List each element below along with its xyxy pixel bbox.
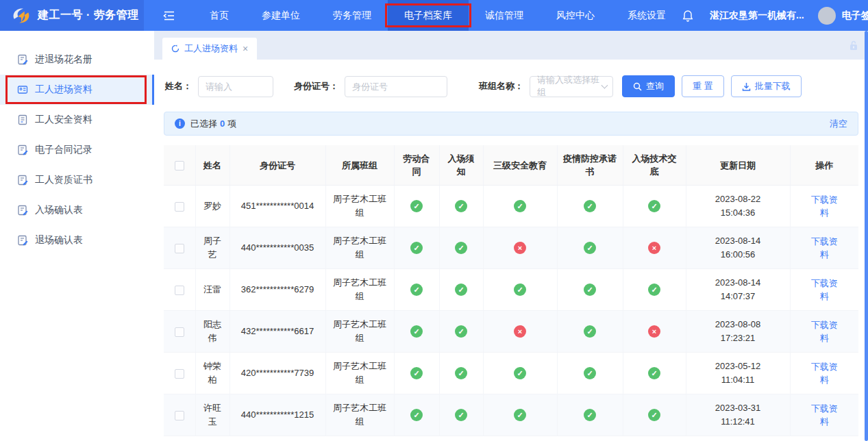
status-cell: ✓ bbox=[439, 186, 483, 227]
tab-close-icon[interactable]: × bbox=[243, 43, 248, 54]
cross-icon: × bbox=[514, 325, 526, 338]
sidebar-item-入场确认表[interactable]: 入场确认表 bbox=[0, 195, 154, 225]
user-avatar[interactable] bbox=[818, 7, 836, 25]
update-date: 2023-05-12 bbox=[692, 360, 784, 373]
sidebar-item-退场确认表[interactable]: 退场确认表 bbox=[0, 225, 154, 255]
row-checkbox-cell bbox=[164, 186, 195, 227]
logo-icon bbox=[11, 5, 32, 26]
select-all-checkbox[interactable] bbox=[175, 161, 184, 171]
column-header-疫情防控承诺书: 疫情防控承诺书 bbox=[557, 145, 623, 186]
row-checkbox-cell bbox=[164, 353, 195, 394]
search-button[interactable]: 查询 bbox=[622, 75, 675, 97]
notification-bell-icon[interactable] bbox=[682, 10, 693, 22]
sidebar-item-工人安全资料[interactable]: 工人安全资料 bbox=[0, 105, 154, 135]
status-cell: ✓ bbox=[394, 394, 439, 436]
selection-bar: i 已选择 0 项 清空 bbox=[164, 112, 858, 136]
sidebar-item-工人进场资料[interactable]: 工人进场资料 bbox=[0, 75, 154, 105]
status-cell: ✓ bbox=[557, 186, 623, 227]
update-time: 17:23:21 bbox=[692, 331, 784, 345]
menu-fold-icon[interactable] bbox=[144, 0, 193, 31]
column-header-身份证号: 身份证号 bbox=[230, 145, 325, 186]
row-checkbox[interactable] bbox=[175, 286, 184, 295]
row-checkbox[interactable] bbox=[175, 327, 184, 337]
status-cell: ✓ bbox=[483, 186, 557, 227]
table-row: 汪雷362***********6279周子艺木工班组✓✓✓✓✓2023-08-… bbox=[164, 269, 858, 311]
name-filter-input[interactable] bbox=[198, 76, 273, 97]
column-header-更新日期: 更新日期 bbox=[686, 145, 790, 186]
doc-edit-icon bbox=[17, 175, 28, 186]
sidebar-item-label: 工人安全资料 bbox=[35, 114, 92, 126]
check-icon: ✓ bbox=[584, 284, 596, 296]
nav-item-参建单位[interactable]: 参建单位 bbox=[245, 0, 317, 31]
team-cell: 周子艺木工班组 bbox=[325, 186, 394, 227]
update-time: 11:12:41 bbox=[692, 415, 784, 429]
row-checkbox[interactable] bbox=[175, 202, 184, 212]
nav-item-首页[interactable]: 首页 bbox=[193, 0, 245, 31]
update-time: 16:00:56 bbox=[692, 248, 784, 262]
download-files-link[interactable]: 下载资料 bbox=[810, 235, 839, 261]
lock-icon bbox=[848, 40, 859, 53]
nav-item-电子档案库[interactable]: 电子档案库 bbox=[388, 0, 469, 31]
top-navbar: 建工一号 · 劳务管理 首页参建单位劳务管理电子档案库诚信管理风控中心系统设置 … bbox=[0, 0, 868, 31]
nav-item-系统设置[interactable]: 系统设置 bbox=[611, 0, 682, 31]
company-name[interactable]: 湛江农垦第一机械有... bbox=[710, 10, 804, 22]
sidebar-item-label: 电子合同记录 bbox=[35, 144, 92, 156]
download-files-link[interactable]: 下载资料 bbox=[810, 277, 839, 303]
status-cell: ✓ bbox=[394, 311, 439, 353]
row-checkbox[interactable] bbox=[175, 369, 184, 379]
sidebar-item-电子合同记录[interactable]: 电子合同记录 bbox=[0, 135, 154, 165]
row-checkbox[interactable] bbox=[175, 244, 184, 253]
action-cell: 下载资料 bbox=[790, 311, 858, 353]
status-cell: ✓ bbox=[439, 394, 483, 436]
check-icon: ✓ bbox=[514, 200, 526, 212]
nav-item-诚信管理[interactable]: 诚信管理 bbox=[469, 0, 540, 31]
check-icon: ✓ bbox=[584, 200, 596, 212]
id-filter-input[interactable] bbox=[345, 76, 447, 97]
table-row: 钟荣柏420***********7739周子艺木工班组✓✓✓✓✓2023-05… bbox=[164, 353, 858, 394]
status-cell: ✓ bbox=[483, 394, 557, 436]
update-date-cell: 2023-08-1414:07:37 bbox=[686, 269, 790, 311]
id-filter-label: 身份证号： bbox=[294, 80, 338, 92]
reset-button[interactable]: 重 置 bbox=[682, 75, 724, 97]
table-header: 姓名身份证号所属班组劳动合同入场须知三级安全教育疫情防控承诺书入场技术交底更新日… bbox=[164, 145, 858, 186]
update-date-cell: 2023-08-1416:00:56 bbox=[686, 227, 790, 269]
sidebar-item-工人资质证书[interactable]: 工人资质证书 bbox=[0, 165, 154, 195]
content-area: 工人进场资料 × 姓名： 身份证号： 班组名称： 请输入或选择班组 bbox=[154, 31, 868, 441]
check-icon: ✓ bbox=[514, 367, 526, 379]
action-cell: 下载资料 bbox=[790, 227, 858, 269]
download-files-link[interactable]: 下载资料 bbox=[810, 402, 839, 428]
update-time: 11:04:11 bbox=[692, 373, 784, 387]
check-icon: ✓ bbox=[410, 284, 423, 296]
row-checkbox-cell bbox=[164, 269, 195, 311]
row-checkbox[interactable] bbox=[175, 411, 184, 420]
update-date-cell: 2023-05-1211:04:11 bbox=[686, 353, 790, 394]
download-files-link[interactable]: 下载资料 bbox=[810, 193, 839, 219]
column-header-checkbox[interactable] bbox=[164, 145, 195, 186]
update-date: 2023-03-31 bbox=[692, 401, 784, 415]
worker-name-cell: 阳志伟 bbox=[195, 311, 230, 353]
team-select[interactable]: 请输入或选择班组 bbox=[530, 76, 613, 97]
team-cell: 周子艺木工班组 bbox=[325, 394, 394, 436]
download-files-link[interactable]: 下载资料 bbox=[810, 360, 839, 386]
check-icon: ✓ bbox=[648, 409, 660, 421]
status-cell: ✓ bbox=[557, 227, 623, 269]
update-date-cell: 2023-08-2215:04:36 bbox=[686, 186, 790, 227]
check-icon: ✓ bbox=[584, 409, 596, 421]
batch-download-button[interactable]: 批量下载 bbox=[731, 75, 802, 97]
sidebar-item-label: 入场确认表 bbox=[35, 204, 83, 216]
check-icon: ✓ bbox=[410, 242, 423, 254]
column-header-劳动合同: 劳动合同 bbox=[394, 145, 439, 186]
nav-item-风控中心[interactable]: 风控中心 bbox=[540, 0, 611, 31]
tab-worker-entry-files[interactable]: 工人进场资料 × bbox=[162, 38, 257, 60]
check-icon: ✓ bbox=[455, 284, 467, 296]
nav-item-劳务管理[interactable]: 劳务管理 bbox=[317, 0, 388, 31]
table-row: 许旺玉440***********1215周子艺木工班组✓✓✓✓✓2023-03… bbox=[164, 394, 858, 436]
download-files-link[interactable]: 下载资料 bbox=[810, 318, 839, 344]
check-icon: ✓ bbox=[410, 409, 423, 421]
vertical-scrollbar[interactable] bbox=[865, 31, 868, 441]
user-role[interactable]: 电子签分包劳务员 bbox=[842, 10, 868, 22]
clear-selection-link[interactable]: 清空 bbox=[830, 118, 847, 130]
sidebar-item-进退场花名册[interactable]: 进退场花名册 bbox=[0, 45, 154, 75]
id-number-cell: 440***********0035 bbox=[230, 227, 325, 269]
filter-bar: 姓名： 身份证号： 班组名称： 请输入或选择班组 查询 重 置 bbox=[154, 60, 868, 112]
